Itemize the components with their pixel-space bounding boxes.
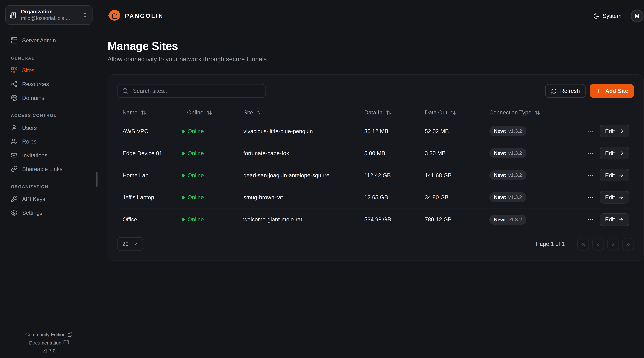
- refresh-button[interactable]: Refresh: [545, 84, 586, 98]
- row-menu-button[interactable]: [586, 149, 595, 157]
- column-header-name[interactable]: Name: [117, 109, 182, 116]
- search-icon: [122, 88, 128, 94]
- data-out-cell: 52.02 MB: [419, 128, 484, 134]
- users-icon: [11, 138, 18, 145]
- online-label: Online: [188, 194, 204, 200]
- search-input[interactable]: [132, 87, 261, 95]
- sidebar-item-label: Invitations: [22, 152, 48, 159]
- next-page-button[interactable]: [607, 238, 619, 250]
- sidebar-item-roles[interactable]: Roles: [6, 136, 92, 147]
- ellipsis-icon: [587, 194, 594, 201]
- site-name-cell: Jeff's Laptop: [117, 194, 182, 200]
- pagination-controls: Page 1 of 1: [536, 238, 634, 250]
- sidebar-scrollbar[interactable]: [96, 172, 98, 187]
- page-subtitle: Allow connectivity to your network throu…: [108, 55, 644, 63]
- previous-page-button[interactable]: [592, 238, 604, 250]
- online-status-cell: Online: [182, 128, 238, 134]
- sites-icon: [11, 67, 18, 74]
- sidebar-item-label: API Keys: [22, 196, 45, 202]
- sites-card: Refresh Add Site Name: [108, 74, 644, 260]
- tunnel-name-cell: welcome-giant-mole-rat: [238, 216, 359, 223]
- column-header-data-in[interactable]: Data In: [359, 109, 419, 116]
- pagination-buttons: [577, 238, 634, 250]
- section-label-access-control: ACCESS CONTROL: [11, 113, 92, 118]
- online-label: Online: [188, 128, 204, 134]
- org-title: Organization: [21, 8, 78, 15]
- column-label: Site: [244, 109, 253, 116]
- card-toolbar: Refresh Add Site: [117, 84, 634, 98]
- online-status-cell: Online: [182, 150, 238, 156]
- domains-icon: [11, 95, 18, 101]
- data-out-cell: 3.20 MB: [419, 150, 484, 156]
- column-header-data-out[interactable]: Data Out: [419, 109, 484, 116]
- documentation-link[interactable]: Documentation: [29, 340, 69, 346]
- edit-button[interactable]: Edit: [600, 147, 630, 159]
- table-row: AWS VPC Online vivacious-little-blue-pen…: [117, 120, 634, 142]
- topbar-right: System M: [593, 9, 644, 22]
- sidebar-item-settings[interactable]: Settings: [6, 207, 92, 218]
- edit-button[interactable]: Edit: [600, 125, 630, 137]
- community-edition-link[interactable]: Community Edition: [25, 332, 73, 337]
- page-size-select[interactable]: 20: [117, 237, 143, 251]
- user-icon: [11, 125, 18, 131]
- edit-button[interactable]: Edit: [600, 191, 630, 203]
- site-name-cell: Home Lab: [117, 172, 182, 178]
- sidebar-item-users[interactable]: Users: [6, 122, 92, 134]
- data-in-cell: 5.00 MB: [359, 150, 419, 156]
- sidebar-item-server-admin[interactable]: Server Admin: [6, 35, 92, 46]
- last-page-button[interactable]: [622, 238, 634, 250]
- sidebar-item-invitations[interactable]: Invitations: [6, 150, 92, 161]
- table-row: Jeff's Laptop Online smug-brown-rat 12.6…: [117, 186, 634, 208]
- add-site-button[interactable]: Add Site: [590, 84, 634, 98]
- connection-type-badge: Newt v1.3.2: [489, 148, 526, 158]
- chevrons-up-down-icon: [82, 12, 88, 18]
- sidebar-nav: Server Admin GENERAL Sites Resources Dom: [0, 30, 98, 220]
- row-actions: Edit: [582, 191, 634, 203]
- chevrons-right-icon: [625, 241, 631, 247]
- theme-toggle[interactable]: System: [593, 13, 622, 19]
- sidebar-item-domains[interactable]: Domains: [6, 92, 92, 104]
- row-menu-button[interactable]: [586, 215, 595, 224]
- ellipsis-icon: [587, 216, 594, 223]
- first-page-button[interactable]: [577, 238, 589, 250]
- arrow-right-icon: [618, 172, 624, 178]
- page-title: Manage Sites: [108, 39, 644, 53]
- badge-type: Newt: [494, 194, 506, 200]
- org-picker[interactable]: Organization milo@fossorial.io's ...: [6, 5, 92, 24]
- sidebar-item-sites[interactable]: Sites: [6, 65, 92, 76]
- data-out-cell: 34.80 GB: [419, 194, 484, 200]
- badge-version: v1.3.2: [508, 128, 522, 134]
- avatar[interactable]: M: [630, 9, 644, 22]
- column-label: Name: [122, 109, 138, 116]
- plus-icon: [596, 88, 602, 94]
- sidebar-item-resources[interactable]: Resources: [6, 78, 92, 90]
- column-header-connection-type[interactable]: Connection Type: [484, 109, 582, 116]
- sidebar-item-label: Sites: [22, 67, 35, 74]
- edit-button[interactable]: Edit: [600, 169, 630, 181]
- page-head: Manage Sites Allow connectivity to your …: [108, 39, 644, 63]
- sidebar-item-api-keys[interactable]: API Keys: [6, 193, 92, 205]
- add-site-label: Add Site: [605, 88, 628, 94]
- edit-label: Edit: [605, 216, 615, 223]
- book-open-icon: [63, 340, 69, 346]
- row-menu-button[interactable]: [586, 127, 595, 135]
- app: Organization milo@fossorial.io's ... Ser…: [0, 0, 644, 358]
- edit-button[interactable]: Edit: [600, 213, 630, 226]
- online-label: Online: [188, 216, 204, 223]
- badge-type: Newt: [494, 216, 506, 222]
- row-menu-button[interactable]: [586, 193, 595, 201]
- row-menu-button[interactable]: [586, 171, 595, 179]
- edit-label: Edit: [605, 150, 615, 156]
- chevrons-left-icon: [580, 241, 586, 247]
- table-row: Home Lab Online dead-san-joaquin-antelop…: [117, 164, 634, 186]
- sidebar-item-label: Users: [22, 125, 37, 131]
- sites-table: Name Online Site Data In: [117, 105, 634, 231]
- server-icon: [11, 37, 18, 44]
- column-header-site[interactable]: Site: [238, 109, 359, 116]
- tunnel-name-cell: dead-san-joaquin-antelope-squirrel: [238, 172, 359, 178]
- column-header-online[interactable]: Online: [182, 109, 238, 116]
- sidebar-item-label: Roles: [22, 138, 36, 145]
- sidebar: Organization milo@fossorial.io's ... Ser…: [0, 0, 98, 358]
- sidebar-item-label: Settings: [22, 209, 42, 216]
- sidebar-item-shareable-links[interactable]: Shareable Links: [6, 163, 92, 175]
